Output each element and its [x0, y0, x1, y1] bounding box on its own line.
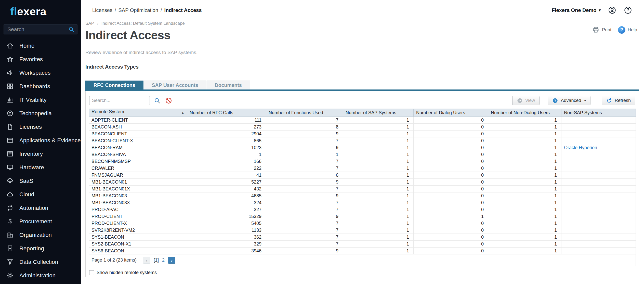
logo-text-blue: fl — [10, 5, 17, 18]
sidebar-item-administration[interactable]: Administration — [0, 269, 81, 282]
table-cell: CRAWLER — [89, 165, 187, 172]
grid-panel: View Advanced ▾ Refresh — [85, 91, 639, 277]
print-button[interactable]: Print — [592, 26, 611, 34]
table-row[interactable]: BEACON-RAM10239101Oracle Hyperion — [89, 144, 636, 151]
sidebar-item-applications-evidence[interactable]: Applications & Evidence — [0, 134, 81, 147]
tab-documents[interactable]: Documents — [207, 81, 250, 89]
table-row[interactable]: BECONFNMSMSP1667101 — [89, 158, 636, 165]
table-row[interactable]: FNMSJAGUAR416101 — [89, 172, 636, 179]
table-row[interactable]: BEACON-SHIVA11101 — [89, 151, 636, 158]
applications-icon — [6, 136, 14, 145]
table-row[interactable]: SYS1-BEACON3627101 — [89, 234, 636, 241]
topbar: Licenses/SAP Optimization/Indirect Acces… — [81, 0, 644, 20]
search-icon[interactable] — [68, 26, 75, 33]
tab-rfc-connections[interactable]: RFC Connections — [85, 81, 143, 89]
user-avatar-icon[interactable] — [608, 6, 616, 15]
sidebar-item-cloud[interactable]: Cloud — [0, 188, 81, 201]
mini-breadcrumb-root[interactable]: SAP — [85, 21, 94, 26]
column-header[interactable]: Remote System▲ — [89, 109, 187, 117]
column-header[interactable]: Number of Dialog Users — [414, 109, 488, 117]
flexera-logo[interactable]: flexera — [0, 0, 81, 22]
page-2-link[interactable]: 2 — [162, 257, 165, 263]
main-area: Licenses/SAP Optimization/Indirect Acces… — [81, 0, 644, 284]
column-header[interactable]: Number of SAP Systems — [343, 109, 414, 117]
show-hidden-checkbox[interactable] — [89, 270, 94, 275]
mini-breadcrumb-current: Indirect Access: Default System Landscap… — [101, 21, 185, 26]
table-cell: 7 — [266, 220, 343, 227]
view-button[interactable]: View — [512, 96, 540, 105]
sidebar-search-input[interactable] — [4, 24, 77, 34]
table-row[interactable]: MB1-BEACON0152279101 — [89, 179, 636, 186]
column-header[interactable]: Non-SAP Systems — [561, 109, 636, 117]
table-row[interactable]: PROD-CLIENT153299111 — [89, 213, 636, 220]
breadcrumb-item[interactable]: SAP Optimization — [119, 7, 158, 13]
sidebar-item-procurement[interactable]: Procurement — [0, 215, 81, 228]
table-cell: 7 — [266, 165, 343, 172]
reporting-icon — [6, 244, 14, 253]
sidebar-item-inventory[interactable]: Inventory — [0, 147, 81, 161]
automation-icon — [6, 204, 14, 212]
sidebar-item-reporting[interactable]: Reporting — [0, 242, 81, 255]
table-cell: 1 — [266, 151, 343, 158]
breadcrumb-item[interactable]: Licenses — [92, 7, 112, 13]
table-row[interactable]: SVR2K8R2ENT-VM211337101 — [89, 227, 636, 234]
next-page-button[interactable]: › — [168, 257, 175, 264]
sidebar-item-home[interactable]: Home — [0, 39, 81, 53]
table-cell: 1 — [488, 137, 561, 144]
table-row[interactable]: BEACON-CLIENT-X8657101 — [89, 137, 636, 144]
tab-sap-user-accounts[interactable]: SAP User Accounts — [144, 81, 206, 89]
advanced-button[interactable]: Advanced ▾ — [548, 96, 590, 105]
table-cell — [561, 137, 636, 144]
table-cell: 0 — [414, 220, 488, 227]
column-header[interactable]: Number of Non-Dialog Users — [488, 109, 561, 117]
non-sap-system-link[interactable]: Oracle Hyperion — [564, 145, 597, 150]
table-cell: 1 — [343, 179, 414, 186]
table-cell: 1 — [343, 158, 414, 165]
table-cell — [561, 158, 636, 165]
table-row[interactable]: BEACON-ASH2738101 — [89, 124, 636, 131]
sidebar-item-organization[interactable]: Organization — [0, 228, 81, 242]
sidebar-item-licenses[interactable]: Licenses — [0, 120, 81, 134]
table-row[interactable]: MB1-BEACON01X4327101 — [89, 186, 636, 192]
sidebar-item-saas[interactable]: SaaS — [0, 174, 81, 188]
table-cell: 1 — [343, 234, 414, 241]
table-cell: 1 — [343, 248, 414, 254]
table-row[interactable]: MB1-BEACON03X3247101 — [89, 199, 636, 206]
table-row[interactable]: CRAWLER2227101 — [89, 165, 636, 172]
sidebar-item-favorites[interactable]: Favorites — [0, 53, 81, 66]
sidebar-item-technopedia[interactable]: Technopedia — [0, 107, 81, 120]
sidebar-item-it-visibility[interactable]: IT Visibility — [0, 93, 81, 107]
prev-page-button[interactable]: ‹ — [143, 257, 150, 264]
table-row[interactable]: PROD-CLIENT-X54057101 — [89, 220, 636, 227]
table-cell: 1 — [488, 241, 561, 248]
workspaces-icon — [6, 69, 14, 77]
column-header[interactable]: Number of Functions Used — [266, 109, 343, 117]
sidebar: flexera HomeFavoritesWorkspacesDashboard… — [0, 0, 81, 284]
apply-filter-button[interactable] — [153, 96, 161, 105]
sidebar-item-label: Inventory — [19, 151, 43, 157]
page-help-button[interactable]: ? Help — [618, 26, 637, 34]
table-row[interactable]: BEACONCLIENT29049101 — [89, 131, 636, 137]
table-cell: PROD-CLIENT-X — [89, 220, 187, 227]
table-row[interactable]: ADPTER-CLIENT1117101 — [89, 117, 636, 124]
page-content: SAP › Indirect Access: Default System La… — [81, 20, 644, 284]
sidebar-item-dashboards[interactable]: Dashboards — [0, 80, 81, 93]
table-cell: 1 — [488, 227, 561, 234]
sidebar-item-hardware[interactable]: Hardware — [0, 161, 81, 174]
sidebar-item-data-collection[interactable]: Data Collection — [0, 255, 81, 269]
sidebar-item-automation[interactable]: Automation — [0, 201, 81, 215]
table-cell: 0 — [414, 199, 488, 206]
help-icon[interactable] — [624, 6, 632, 15]
grid-search-input[interactable] — [89, 96, 150, 105]
column-header[interactable]: Number of RFC Calls — [187, 109, 266, 117]
sidebar-item-workspaces[interactable]: Workspaces — [0, 66, 81, 80]
account-menu[interactable]: Flexera One Demo ▾ — [552, 7, 601, 13]
table-cell: 0 — [414, 227, 488, 234]
table-row[interactable]: SYS2-BEACON-X13297101 — [89, 241, 636, 248]
app-root: flexera HomeFavoritesWorkspacesDashboard… — [0, 0, 644, 284]
table-row[interactable]: SYS6-BEACON39469101 — [89, 248, 636, 254]
table-row[interactable]: PROD-APAC3277101 — [89, 206, 636, 213]
refresh-button[interactable]: Refresh — [602, 96, 635, 105]
clear-filter-button[interactable] — [164, 96, 173, 105]
table-row[interactable]: MB1-BEACON0346859101 — [89, 192, 636, 199]
